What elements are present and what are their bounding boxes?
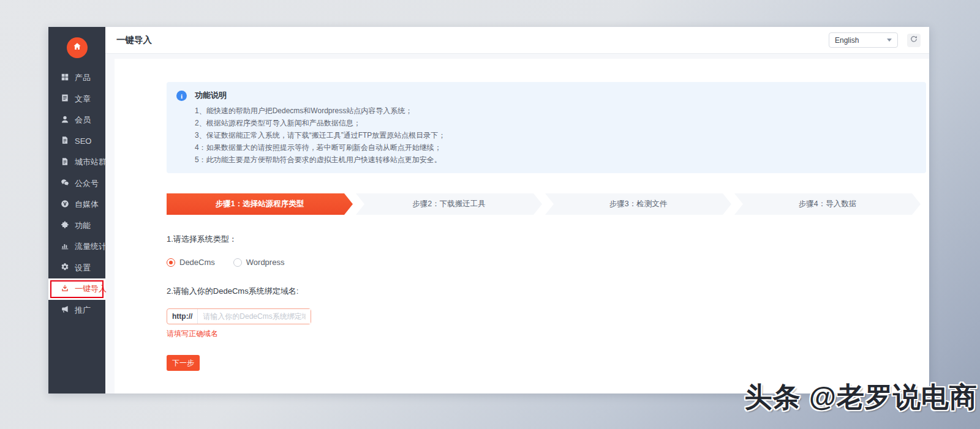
import-icon (61, 284, 69, 294)
home-icon (72, 42, 82, 54)
radio-label: DedeCms (179, 258, 215, 267)
sidebar-item[interactable]: 功能 (48, 215, 105, 237)
sidebar-item-label: 会员 (75, 114, 91, 125)
radio-circle-icon (233, 258, 242, 267)
notice-line: 2、根据站源程序类型可导入新闻和产品数据信息； (195, 117, 445, 129)
sidebar-item-label: 功能 (75, 220, 91, 231)
sidebar: 产品 文章 会员 SEO (48, 27, 105, 394)
content-panel: i 功能说明 1、能快速的帮助用户把Dedecms和Wordpress站点内容导… (115, 59, 929, 394)
member-icon (61, 115, 69, 125)
step-segment: 步骤2：下载搬迁工具 (356, 193, 542, 215)
radio-label: Wordpress (246, 258, 285, 267)
sidebar-item[interactable]: 推广 (48, 300, 105, 321)
radio-circle-icon (167, 258, 175, 267)
notice-box: i 功能说明 1、能快速的帮助用户把Dedecms和Wordpress站点内容导… (167, 82, 926, 173)
page-title: 一键导入 (116, 34, 152, 46)
sidebar-item-label: 流量统计 (75, 241, 107, 252)
notice-body: 功能说明 1、能快速的帮助用户把Dedecms和Wordpress站点内容导入系… (195, 90, 445, 166)
step-label: 步骤2：下载搬迁工具 (412, 199, 485, 209)
sidebar-item[interactable]: 会员 (48, 110, 105, 131)
url-prefix-label: http:// (167, 309, 198, 324)
next-step-button[interactable]: 下一步 (167, 355, 200, 371)
sidebar-item-label: 文章 (75, 94, 91, 105)
step-segment: 步骤1：选择站源程序类型 (167, 193, 353, 215)
step-label: 步骤4：导入数据 (799, 199, 856, 209)
error-message: 请填写正确域名 (167, 329, 926, 339)
sidebar-item[interactable]: SEO (48, 131, 105, 152)
refresh-button[interactable] (907, 34, 921, 47)
file-icon (61, 157, 69, 168)
sidebar-item[interactable]: 流量统计 (48, 236, 105, 258)
chevron-down-icon (887, 39, 892, 42)
sidebar-item-label: 产品 (75, 72, 91, 83)
domain-label: 2.请输入你的DedeCms系统绑定域名: (167, 286, 926, 297)
topbar-right: English (829, 32, 921, 48)
radio-option[interactable]: DedeCms (167, 258, 215, 267)
sidebar-nav: 产品 文章 会员 SEO (48, 67, 105, 321)
step-label: 步骤1：选择站源程序类型 (216, 199, 304, 209)
wechat-icon (61, 178, 69, 188)
watermark-text: 头条 @老罗说电商 (745, 379, 978, 416)
file-icon (61, 136, 69, 146)
notice-title: 功能说明 (195, 90, 445, 101)
media-v-icon (61, 200, 69, 210)
step-segment: 步骤3：检测文件 (545, 193, 731, 215)
sidebar-item-label: 公众号 (75, 178, 99, 189)
sidebar-item[interactable]: 公众号 (48, 173, 105, 195)
app-window: 产品 文章 会员 SEO (48, 27, 929, 394)
topbar: 一键导入 English (105, 27, 929, 54)
step-indicator: 步骤1：选择站源程序类型 步骤2：下载搬迁工具 步骤3：检测文件 步骤4：导入数… (167, 193, 921, 215)
puzzle-icon (61, 220, 69, 231)
sidebar-item-label: SEO (75, 136, 91, 146)
sidebar-item[interactable]: 一键导入 (48, 278, 105, 300)
sidebar-item-label: 设置 (75, 263, 91, 274)
language-select[interactable]: English (829, 32, 898, 48)
sidebar-item[interactable]: 自媒体 (48, 194, 105, 215)
chart-icon (61, 242, 69, 252)
sidebar-item[interactable]: 城市站群 (48, 152, 105, 173)
sidebar-item-label: 自媒体 (75, 199, 99, 210)
grid-icon (61, 73, 69, 83)
content-background: i 功能说明 1、能快速的帮助用户把Dedecms和Wordpress站点内容导… (105, 54, 929, 394)
domain-input[interactable] (198, 309, 311, 324)
domain-input-group: http:// (167, 308, 311, 324)
notice-line: 1、能快速的帮助用户把Dedecms和Wordpress站点内容导入系统； (195, 105, 445, 117)
system-type-radios: DedeCms Wordpress (167, 258, 926, 267)
promote-icon (61, 305, 69, 315)
sidebar-item-label: 城市站群 (75, 157, 107, 168)
article-icon (61, 94, 69, 104)
radio-option[interactable]: Wordpress (233, 258, 285, 267)
system-type-label: 1.请选择系统类型： (167, 234, 926, 245)
sidebar-item-label: 推广 (75, 305, 91, 316)
sidebar-item[interactable]: 产品 (48, 67, 105, 89)
notice-line: 3、保证数据能正常入系统，请下载“搬迁工具”通过FTP放置原站点根目录下； (195, 129, 445, 141)
language-select-value: English (835, 36, 859, 45)
refresh-icon (910, 35, 918, 45)
home-button[interactable] (67, 37, 88, 58)
info-icon: i (176, 91, 187, 101)
notice-line: 5：此功能主要是方便帮助符合要求的虚拟主机用户快速转移站点更加安全。 (195, 154, 445, 166)
sidebar-item[interactable]: 文章 (48, 89, 105, 110)
sidebar-item-label: 一键导入 (75, 283, 107, 294)
notice-lines: 1、能快速的帮助用户把Dedecms和Wordpress站点内容导入系统； 2、… (195, 105, 445, 166)
step-label: 步骤3：检测文件 (609, 199, 667, 209)
step-segment: 步骤4：导入数据 (734, 193, 921, 215)
notice-line: 4：如果数据量大的请按照提示等待，若中断可刷新会自动从断点开始继续； (195, 141, 445, 154)
sidebar-item[interactable]: 设置 (48, 258, 105, 279)
main-area: 一键导入 English i 功能说明 (105, 27, 929, 394)
gear-icon (61, 263, 69, 273)
